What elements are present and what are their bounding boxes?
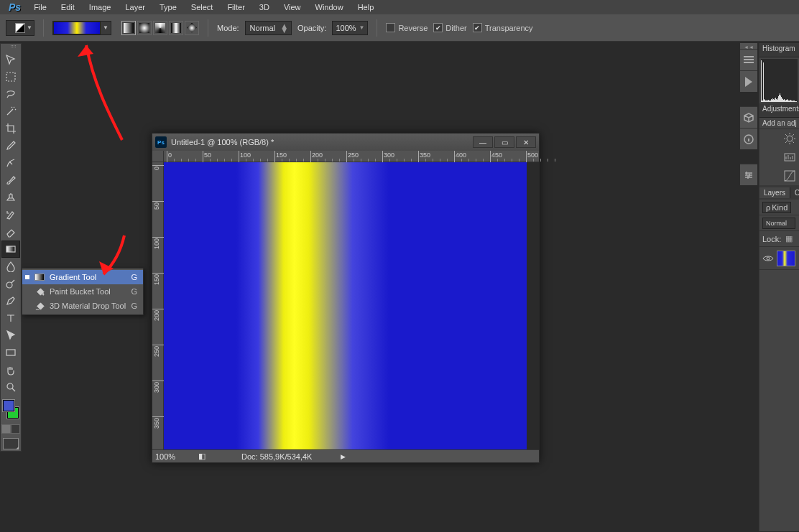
color-swatches[interactable] bbox=[1, 398, 20, 420]
radial-gradient-button[interactable] bbox=[137, 21, 152, 35]
layer-row-background[interactable] bbox=[759, 247, 799, 270]
svg-rect-0 bbox=[6, 73, 15, 81]
menu-type[interactable]: Type bbox=[152, 0, 184, 14]
flyout-item-3d-material-drop[interactable]: 3D Material Drop Tool G bbox=[22, 299, 143, 313]
menu-image[interactable]: Image bbox=[82, 0, 119, 14]
curves-adjust-icon[interactable] bbox=[783, 169, 796, 182]
brightness-adjust-icon[interactable] bbox=[783, 132, 796, 145]
dither-checkbox[interactable]: Dither bbox=[433, 23, 466, 32]
lasso-tool[interactable] bbox=[1, 85, 20, 103]
gradient-editor-button[interactable]: ▼ bbox=[52, 21, 111, 35]
properties-panel-icon[interactable] bbox=[740, 164, 757, 185]
3d-panel-icon[interactable] bbox=[740, 106, 757, 128]
opacity-input[interactable]: 100% ▼ bbox=[332, 21, 368, 35]
flyout-item-gradient[interactable]: Gradient Tool G bbox=[22, 270, 143, 284]
quickmask-toggle[interactable] bbox=[1, 424, 20, 434]
layer-filter-row: ρKind bbox=[759, 200, 799, 215]
flyout-label: Paint Bucket Tool bbox=[50, 287, 126, 296]
blend-mode-select[interactable]: Normal ▲▼ bbox=[245, 21, 292, 35]
blur-tool[interactable] bbox=[1, 258, 20, 275]
dodge-tool[interactable] bbox=[1, 275, 20, 292]
layer-blend-select[interactable]: Normal bbox=[762, 218, 795, 229]
menu-help[interactable]: Help bbox=[351, 0, 382, 14]
brush-tool[interactable] bbox=[1, 172, 20, 189]
linear-gradient-icon bbox=[124, 23, 134, 33]
pen-tool[interactable] bbox=[1, 292, 20, 309]
document-window: Ps Untitled-1 @ 100% (RGB/8) * — ▭ ✕ 050… bbox=[152, 133, 540, 463]
add-adjustment-label: Add an adj bbox=[759, 118, 799, 129]
menu-edit[interactable]: Edit bbox=[54, 0, 82, 14]
menu-select[interactable]: Select bbox=[184, 0, 221, 14]
foreground-color-swatch[interactable] bbox=[3, 400, 14, 411]
gradient-type-group bbox=[121, 21, 199, 35]
menu-view[interactable]: View bbox=[277, 0, 308, 14]
status-preview-icon[interactable]: ◧ bbox=[198, 452, 205, 461]
document-titlebar[interactable]: Ps Untitled-1 @ 100% (RGB/8) * — ▭ ✕ bbox=[152, 134, 539, 151]
tool-preset-picker[interactable]: ▼ bbox=[6, 20, 34, 36]
transparency-label: Transparency bbox=[485, 24, 533, 32]
gradient-tool-flyout: Gradient Tool G Paint Bucket Tool G 3D M… bbox=[22, 268, 144, 315]
transparency-checkbox[interactable]: Transparency bbox=[473, 23, 533, 32]
hand-tool[interactable] bbox=[1, 361, 20, 378]
svg-point-6 bbox=[787, 136, 793, 141]
rectangle-tool[interactable] bbox=[1, 344, 20, 361]
levels-adjust-icon[interactable] bbox=[783, 151, 796, 164]
menu-filter[interactable]: Filter bbox=[220, 0, 251, 14]
clone-stamp-tool[interactable] bbox=[1, 189, 20, 206]
flyout-item-paint-bucket[interactable]: Paint Bucket Tool G bbox=[22, 284, 143, 299]
close-button[interactable]: ✕ bbox=[516, 136, 536, 148]
dock-collapse-icon[interactable]: ◄◄ bbox=[740, 43, 757, 49]
histogram-panel-tab[interactable]: Histogram bbox=[759, 43, 799, 57]
vertical-ruler[interactable]: 050100150200250300350 bbox=[152, 162, 164, 449]
document-info[interactable]: Doc: 585,9K/534,4K bbox=[241, 452, 312, 461]
linear-gradient-button[interactable] bbox=[121, 21, 136, 35]
zoom-tool[interactable] bbox=[1, 378, 20, 396]
screen-mode-button[interactable] bbox=[3, 438, 19, 449]
layer-kind-filter[interactable]: ρKind bbox=[762, 202, 791, 213]
reflected-gradient-button[interactable] bbox=[169, 21, 183, 35]
gradient-tool[interactable] bbox=[1, 241, 20, 258]
diamond-gradient-button[interactable] bbox=[185, 21, 199, 35]
healing-brush-tool[interactable] bbox=[1, 154, 20, 172]
status-arrow-icon[interactable]: ▶ bbox=[341, 453, 346, 460]
type-tool[interactable] bbox=[1, 309, 20, 327]
svg-point-9 bbox=[767, 257, 770, 260]
menu-layer[interactable]: Layer bbox=[118, 0, 152, 14]
eraser-tool[interactable] bbox=[1, 223, 20, 241]
menu-window[interactable]: Window bbox=[308, 0, 351, 14]
magic-wand-tool[interactable] bbox=[1, 103, 20, 120]
diamond-gradient-icon bbox=[187, 23, 197, 33]
history-brush-tool[interactable] bbox=[1, 206, 20, 223]
layers-tab[interactable]: Layers bbox=[759, 187, 790, 198]
layer-thumbnail[interactable] bbox=[777, 251, 795, 266]
minimize-button[interactable]: — bbox=[473, 136, 493, 148]
checkbox-checked-icon bbox=[433, 23, 443, 32]
bullet-icon bbox=[25, 304, 29, 308]
path-selection-tool[interactable] bbox=[1, 327, 20, 344]
actions-panel-icon[interactable] bbox=[740, 49, 757, 70]
panel-grip-icon[interactable] bbox=[1, 45, 20, 50]
chevron-down-icon[interactable]: ▼ bbox=[101, 22, 111, 34]
info-panel-icon[interactable] bbox=[740, 128, 757, 149]
menu-file[interactable]: File bbox=[27, 0, 54, 14]
document-canvas[interactable] bbox=[164, 162, 527, 449]
horizontal-ruler[interactable]: 050100150200250300350400450500 bbox=[164, 151, 539, 162]
crop-tool[interactable] bbox=[1, 120, 20, 137]
menu-3d[interactable]: 3D bbox=[252, 0, 277, 14]
reverse-checkbox[interactable]: Reverse bbox=[386, 23, 428, 32]
maximize-button[interactable]: ▭ bbox=[494, 136, 514, 148]
angle-gradient-button[interactable] bbox=[153, 21, 167, 35]
ruler-origin[interactable] bbox=[152, 151, 164, 162]
zoom-level[interactable]: 100% bbox=[155, 452, 191, 461]
adjustments-panel-tab[interactable]: Adjustments bbox=[759, 103, 799, 118]
lock-transparency-icon[interactable]: ▦ bbox=[784, 234, 794, 244]
svg-rect-3 bbox=[6, 350, 15, 355]
move-tool[interactable] bbox=[1, 51, 20, 68]
eyedropper-tool[interactable] bbox=[1, 137, 20, 154]
visibility-eye-icon[interactable] bbox=[762, 253, 774, 264]
flyout-label: 3D Material Drop Tool bbox=[50, 302, 126, 310]
play-panel-icon[interactable] bbox=[740, 70, 757, 92]
mode-label: Mode: bbox=[217, 24, 239, 32]
marquee-tool[interactable] bbox=[1, 68, 20, 85]
channels-tab[interactable]: Ch bbox=[790, 187, 799, 198]
